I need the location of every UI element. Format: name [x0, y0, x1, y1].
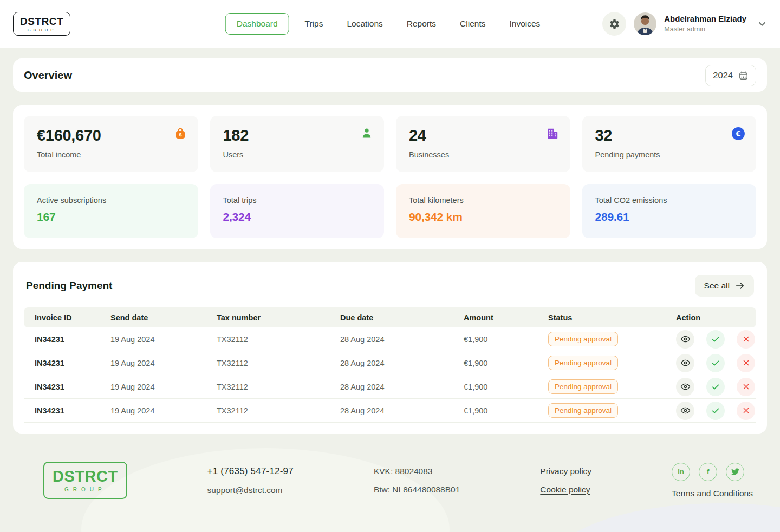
invoice-id-cell: IN34231	[35, 359, 110, 367]
stat-value: 167	[37, 211, 185, 224]
cookie-policy-link[interactable]: Cookie policy	[540, 485, 592, 495]
stat-total-trips: Total trips 2,324	[210, 184, 385, 238]
reject-button[interactable]	[737, 402, 755, 420]
gear-icon	[609, 18, 620, 30]
user-name: Abdelrahman Elziady	[664, 14, 746, 24]
send-date-cell: 19 Aug 2024	[110, 335, 217, 344]
table-body: IN34231 19 Aug 2024 TX32112 28 Aug 2024 …	[24, 327, 756, 423]
status-cell: Pending approval	[548, 379, 676, 394]
send-date-cell: 19 Aug 2024	[110, 383, 217, 391]
column-header-tax-number: Tax number	[217, 313, 340, 322]
nav-item-locations[interactable]: Locations	[339, 13, 391, 35]
user-role: Master admin	[664, 25, 746, 34]
column-header-send-date: Send date	[110, 313, 217, 322]
stat-label: Users	[223, 150, 372, 159]
view-button[interactable]	[676, 378, 694, 396]
stat-label: Total income	[37, 150, 185, 159]
stat-value: €160,670	[37, 128, 185, 143]
buildings-icon	[545, 127, 560, 141]
user-avatar[interactable]	[634, 12, 656, 35]
stat-pending-payments: 32 Pending payments €	[582, 116, 757, 172]
x-icon	[742, 383, 750, 391]
linkedin-icon[interactable]: in	[672, 463, 690, 481]
check-icon	[711, 383, 720, 391]
view-button[interactable]	[676, 354, 694, 372]
due-date-cell: 28 Aug 2024	[340, 406, 464, 415]
stat-label: Total trips	[223, 196, 372, 205]
header-right: Abdelrahman Elziady Master admin	[602, 12, 767, 36]
user-meta: Abdelrahman Elziady Master admin	[664, 14, 746, 34]
footer-phone[interactable]: +1 (7635) 547-12-97	[207, 466, 294, 477]
logo-subtitle: GROUP	[20, 28, 63, 32]
column-header-due-date: Due date	[340, 313, 464, 322]
pending-payments-table: Invoice IDSend dateTax numberDue dateAmo…	[24, 307, 756, 423]
x-icon	[742, 359, 750, 367]
amount-cell: €1,900	[464, 335, 548, 344]
approve-button[interactable]	[706, 354, 725, 372]
tax-number-cell: TX32112	[217, 383, 340, 391]
year-picker[interactable]: 2024	[705, 65, 756, 86]
stat-active-subscriptions: Active subscriptions 167	[24, 184, 198, 238]
approve-button[interactable]	[706, 330, 725, 349]
invoice-id-cell: IN34231	[35, 383, 110, 391]
eye-icon	[680, 382, 691, 392]
view-button[interactable]	[676, 330, 694, 349]
send-date-cell: 19 Aug 2024	[110, 406, 217, 415]
calendar-icon	[738, 70, 749, 81]
actions-cell	[676, 354, 755, 372]
settings-button[interactable]	[602, 12, 626, 36]
status-cell: Pending approval	[548, 332, 676, 346]
send-date-cell: 19 Aug 2024	[110, 359, 217, 367]
invoice-id-cell: IN34231	[35, 406, 110, 415]
invoice-id-cell: IN34231	[35, 335, 110, 344]
footer-email[interactable]: support@dstrct.com	[207, 485, 294, 495]
footer-social: in f Terms and Conditions	[672, 463, 753, 498]
footer-logo-subtitle: GROUP	[53, 487, 118, 492]
eye-icon	[680, 334, 691, 344]
twitter-icon[interactable]	[726, 463, 744, 481]
reject-button[interactable]	[737, 354, 755, 372]
nav-item-invoices[interactable]: Invoices	[501, 13, 548, 35]
column-header-invoice-id: Invoice ID	[35, 313, 110, 322]
footer-company-ids: KVK: 88024083 Btw: NL864480088B01	[374, 467, 460, 495]
nav-item-dashboard[interactable]: Dashboard	[225, 13, 289, 35]
nav-item-trips[interactable]: Trips	[297, 13, 332, 35]
see-all-label: See all	[704, 281, 730, 291]
svg-text:€: €	[735, 129, 740, 138]
facebook-icon[interactable]: f	[699, 463, 717, 481]
pending-payment-card: Pending Payment See all Invoice IDSend d…	[13, 262, 767, 434]
status-badge: Pending approval	[548, 379, 618, 394]
see-all-button[interactable]: See all	[695, 275, 754, 297]
reject-button[interactable]	[737, 330, 755, 349]
eye-icon	[680, 358, 691, 368]
stat-label: Pending payments	[595, 150, 744, 159]
user-icon	[360, 127, 373, 140]
nav-item-clients[interactable]: Clients	[452, 13, 493, 35]
stat-businesses: 24 Businesses	[396, 116, 570, 172]
brand-logo[interactable]: DSTRCT GROUP	[13, 12, 70, 36]
tax-number-cell: TX32112	[217, 335, 340, 344]
stat-users: 182 Users	[210, 116, 385, 172]
footer-kvk: KVK: 88024083	[374, 467, 460, 476]
stat-value: 32	[595, 128, 744, 143]
actions-cell	[676, 330, 755, 349]
view-button[interactable]	[676, 402, 694, 420]
stat-value: 182	[223, 128, 372, 143]
approve-button[interactable]	[706, 378, 725, 396]
status-cell: Pending approval	[548, 403, 676, 418]
footer-policies: Privacy policy Cookie policy	[540, 467, 592, 495]
svg-text:$: $	[179, 132, 181, 137]
reject-button[interactable]	[737, 378, 755, 396]
approve-button[interactable]	[706, 402, 725, 420]
x-icon	[742, 406, 750, 415]
footer-logo[interactable]: DSTRCT GROUP	[43, 462, 127, 499]
overview-card: Overview 2024	[13, 58, 767, 92]
stat-total-kilometers: Total kilometers 90,342 km	[396, 184, 570, 238]
terms-link[interactable]: Terms and Conditions	[672, 489, 753, 498]
footer-logo-title: DSTRCT	[53, 469, 118, 484]
stat-value: 90,342 km	[409, 211, 557, 224]
nav-item-reports[interactable]: Reports	[399, 13, 444, 35]
table-row: IN34231 19 Aug 2024 TX32112 28 Aug 2024 …	[24, 327, 756, 351]
privacy-policy-link[interactable]: Privacy policy	[540, 467, 592, 476]
chevron-down-icon[interactable]	[757, 19, 767, 29]
